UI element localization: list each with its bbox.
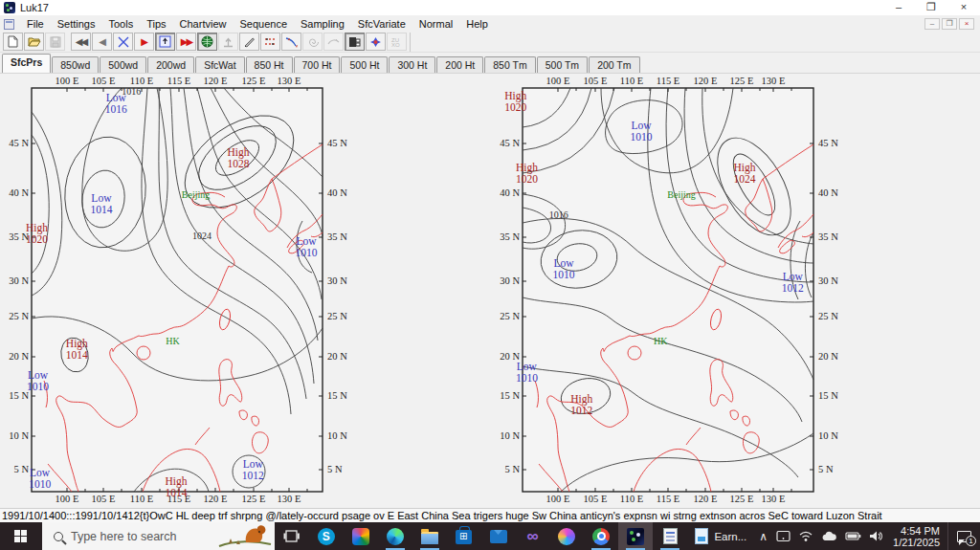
menu-sfcvariate[interactable]: SfcVariate: [351, 17, 412, 31]
minimize-button[interactable]: –: [882, 0, 915, 15]
lon-tick-label: 125 E: [729, 76, 754, 86]
tray-expand-chevron[interactable]: ∧: [754, 530, 772, 543]
lon-tick-label: 110 E: [619, 76, 644, 86]
tab-700-ht[interactable]: 700 Ht: [294, 56, 341, 73]
tab-850-ht[interactable]: 850 Ht: [246, 56, 293, 73]
fast-forward-icon[interactable]: ▶▶: [176, 33, 196, 51]
clock-date: 1/21/2025: [893, 537, 940, 548]
menu-chartview[interactable]: Chartview: [173, 17, 234, 31]
mail-icon[interactable]: [481, 522, 516, 550]
tab-850wd[interactable]: 850wd: [52, 56, 99, 73]
save-icon[interactable]: [45, 33, 65, 51]
lon-tick-label: 100 E: [546, 494, 570, 504]
app-icon: [4, 2, 15, 13]
track-icon[interactable]: [260, 33, 280, 51]
spiral-icon[interactable]: [302, 33, 323, 51]
maximize-button[interactable]: ❐: [915, 0, 947, 15]
tab-200-ht[interactable]: 200 Ht: [436, 56, 483, 73]
rewind-icon[interactable]: ◀◀: [71, 33, 91, 51]
lat-tick-label: 10 N: [6, 430, 29, 441]
m365-icon[interactable]: [344, 522, 378, 550]
status-bar: 1991/10/1400:::1991/10/1412{t}OwC HL dee…: [0, 508, 980, 522]
tab-200-tm[interactable]: 200 Tm: [589, 56, 639, 73]
window-panes-icon[interactable]: [345, 33, 365, 51]
tab-500-tm[interactable]: 500 Tm: [537, 56, 588, 73]
document-icon[interactable]: [4, 19, 14, 30]
high-label: High1014: [166, 475, 188, 498]
visual-studio-icon[interactable]: ∞: [516, 522, 550, 550]
wifi-icon[interactable]: [798, 530, 813, 542]
battery-icon[interactable]: [845, 531, 861, 541]
pen-icon[interactable]: [239, 33, 259, 51]
fit-frame-icon[interactable]: [155, 33, 175, 51]
high-label: High1012: [570, 393, 592, 416]
link-icon[interactable]: [323, 33, 344, 51]
map-right[interactable]: 100 E100 E105 E105 E110 E110 E115 E115 E…: [498, 77, 857, 503]
menu-tips[interactable]: Tips: [140, 17, 172, 31]
menu-normal[interactable]: Normal: [412, 17, 459, 31]
sort-letters-icon[interactable]: ZUXO: [387, 33, 407, 51]
delete-cross-icon[interactable]: [113, 33, 133, 51]
taskbar: Type here to search S ∞ Earn... ∧: [0, 522, 980, 550]
lon-tick-label: 130 E: [277, 76, 301, 86]
menu-sequence[interactable]: Sequence: [233, 17, 294, 31]
task-view-button[interactable]: [275, 522, 309, 550]
tab-sfcwat[interactable]: SfcWat: [195, 56, 244, 73]
onedrive-cloud-icon[interactable]: [821, 531, 837, 542]
tab-sfcprs[interactable]: SfcPrs: [2, 54, 51, 73]
mdi-restore-button[interactable]: ❐: [942, 18, 957, 30]
taskbar-clock[interactable]: 4:54 PM 1/21/2025: [887, 525, 947, 548]
tab-200wd[interactable]: 200wd: [147, 56, 194, 73]
high-label: High1020: [26, 222, 48, 245]
tab-300-ht[interactable]: 300 Ht: [389, 56, 435, 73]
copilot-icon[interactable]: [550, 522, 585, 550]
lat-tick-label: 15 N: [818, 390, 838, 401]
search-box[interactable]: Type here to search: [42, 522, 275, 550]
skype-icon[interactable]: S: [309, 522, 344, 550]
menu-file[interactable]: File: [20, 17, 51, 31]
volume-icon[interactable]: [869, 530, 883, 542]
menu-bar: FileSettingsToolsTipsChartviewSequenceSa…: [0, 16, 980, 32]
menu-tools[interactable]: Tools: [101, 17, 140, 31]
raise-icon[interactable]: [218, 33, 238, 51]
store-icon[interactable]: [447, 522, 481, 550]
luk17-app-icon[interactable]: [618, 522, 653, 550]
mdi-close-button[interactable]: ×: [959, 18, 974, 30]
lon-tick-label: 125 E: [729, 494, 754, 504]
edge-icon[interactable]: [378, 522, 412, 550]
lat-tick-label: 45 N: [497, 138, 520, 148]
play-icon[interactable]: ▶: [134, 33, 154, 51]
low-label: Low1010: [553, 257, 575, 280]
tab-850-tm[interactable]: 850 Tm: [484, 56, 535, 73]
new-document-icon[interactable]: [3, 33, 23, 51]
start-button[interactable]: [0, 522, 42, 550]
close-button[interactable]: ×: [947, 0, 980, 15]
word-document-icon[interactable]: [653, 522, 687, 550]
chrome-icon[interactable]: [584, 522, 618, 550]
toolbar: ◀◀ ◀ ▶ ▶▶ ZUXO: [0, 32, 980, 53]
lon-tick-label: 105 E: [583, 494, 608, 504]
palette-icon[interactable]: [366, 33, 386, 51]
tab-500wd[interactable]: 500wd: [100, 56, 146, 73]
globe-icon[interactable]: [197, 33, 217, 51]
map-left[interactable]: 100 E100 E105 E105 E110 E110 E115 E115 E…: [19, 77, 359, 503]
menu-help[interactable]: Help: [459, 17, 495, 31]
earn-taskbar-item[interactable]: Earn...: [687, 522, 754, 550]
tab-500-ht[interactable]: 500 Ht: [341, 56, 388, 73]
lat-tick-label: 40 N: [6, 187, 29, 198]
menu-items: FileSettingsToolsTipsChartviewSequenceSa…: [20, 17, 495, 31]
low-label: Low1010: [27, 369, 49, 392]
notification-center-button[interactable]: 1: [947, 522, 980, 550]
tablet-mode-icon[interactable]: [776, 530, 791, 542]
menu-sampling[interactable]: Sampling: [294, 17, 351, 31]
lon-tick-label: 115 E: [656, 494, 680, 504]
lat-tick-label: 15 N: [497, 390, 520, 401]
flow-arrow-icon[interactable]: [281, 33, 301, 51]
app-window: Luk17 – ❐ × FileSettingsToolsTipsChartvi…: [0, 0, 980, 550]
search-box-squirrel-image: [217, 523, 273, 549]
open-folder-icon[interactable]: [24, 33, 44, 51]
menu-settings[interactable]: Settings: [51, 17, 102, 31]
file-explorer-icon[interactable]: [412, 522, 447, 550]
mdi-minimize-button[interactable]: –: [924, 18, 940, 30]
step-back-icon[interactable]: ◀: [92, 33, 112, 51]
